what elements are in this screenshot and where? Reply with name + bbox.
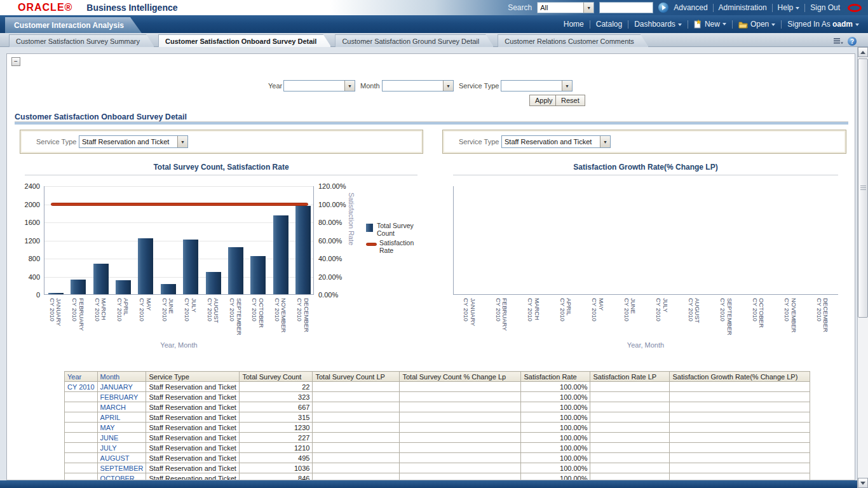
- table-header-cell[interactable]: Satisfaction Rate: [521, 372, 590, 382]
- tab-customer-satisfaction-onboard-survey-detail[interactable]: Customer Satisfaction Onboard Survey Det…: [158, 34, 331, 47]
- chevron-down-icon: [796, 7, 799, 10]
- table-cell: 495: [240, 453, 313, 463]
- chevron-down-icon[interactable]: ▼: [177, 136, 187, 147]
- survey-count-bar[interactable]: [93, 264, 109, 294]
- y-axis-right-tick: 80.00%: [318, 219, 351, 226]
- reset-button[interactable]: Reset: [555, 95, 585, 106]
- sign-out-link[interactable]: Sign Out: [810, 3, 840, 12]
- x-axis-category-text: CY 2010 JUNE: [161, 298, 174, 353]
- table-cell: 100.00%: [521, 463, 590, 473]
- table-header-cell[interactable]: Total Survey Count: [240, 372, 313, 382]
- catalog-link[interactable]: Catalog: [596, 20, 622, 29]
- x-axis-category-text: CY 2010 NOVEMBER: [783, 298, 797, 353]
- table-cell[interactable]: FEBRUARY: [97, 392, 146, 402]
- table-cell[interactable]: MAY: [97, 423, 146, 433]
- survey-count-bar[interactable]: [138, 238, 153, 294]
- survey-count-bar[interactable]: [71, 280, 86, 294]
- chevron-down-icon[interactable]: ▼: [344, 81, 355, 91]
- survey-count-bar[interactable]: [116, 280, 131, 294]
- satisfaction-rate-line[interactable]: [51, 203, 309, 206]
- table-cell: 227: [240, 433, 313, 443]
- survey-count-bar[interactable]: [206, 272, 221, 294]
- tab-customer-relations-customer-comments[interactable]: Customer Relations Customer Comments: [498, 34, 649, 47]
- left-service-type-select[interactable]: Staff Reservation and Ticket ▼: [79, 135, 188, 148]
- table-cell[interactable]: AUGUST: [97, 453, 146, 463]
- survey-count-bar[interactable]: [228, 247, 243, 294]
- survey-count-bar[interactable]: [250, 256, 266, 294]
- dashboard-tab-customer-interaction-analysis[interactable]: Customer Interaction Analysis: [5, 17, 142, 33]
- vertical-scrollbar[interactable]: [857, 47, 868, 488]
- scroll-up-button[interactable]: [858, 47, 868, 57]
- survey-count-bar[interactable]: [48, 293, 64, 294]
- username: oadm: [832, 20, 853, 29]
- brand: ORACLE® Business Intelligence: [0, 2, 178, 13]
- table-header-cell[interactable]: Service Type: [146, 372, 240, 382]
- signed-in-menu[interactable]: Signed In As oadm: [787, 20, 859, 29]
- survey-count-bar[interactable]: [161, 284, 176, 294]
- table-cell: Staff Reservation and Ticket: [146, 402, 240, 412]
- new-menu[interactable]: New: [694, 20, 726, 29]
- chevron-down-icon[interactable]: ▼: [583, 3, 593, 13]
- x-axis-category-label: CY 2010 JUNE: [156, 298, 179, 353]
- table-cell: [65, 443, 98, 453]
- table-header-cell[interactable]: Total Survey Count LP: [313, 372, 400, 382]
- help-icon[interactable]: ?: [848, 37, 857, 46]
- table-cell[interactable]: SEPTEMBER: [97, 463, 146, 473]
- page-options-icon[interactable]: [834, 36, 843, 47]
- table-cell[interactable]: MARCH: [97, 402, 146, 412]
- table-header-cell[interactable]: Satisfaction Growth Rate(% Change LP): [670, 372, 810, 382]
- scroll-down-button[interactable]: [858, 478, 868, 488]
- service-type-filter-value: [501, 81, 506, 91]
- x-axis-category-text: CY 2010 JULY: [655, 298, 668, 353]
- separator: [590, 20, 590, 29]
- x-axis-category-text: CY 2010 APRIL: [559, 298, 572, 353]
- scrollbar-thumb[interactable]: [858, 58, 868, 318]
- tab-customer-satisfaction-ground-survey-detail[interactable]: Customer Satisfaction Ground Survey Deta…: [335, 34, 494, 47]
- collapse-section-button[interactable]: −: [11, 57, 20, 66]
- right-service-type-select[interactable]: Staff Reservation and Ticket ▼: [501, 135, 611, 148]
- search-scope-select[interactable]: All ▼: [537, 2, 594, 13]
- table-cell: 100.00%: [521, 433, 590, 443]
- table-cell[interactable]: JUNE: [97, 433, 146, 443]
- arrow-down-icon: [860, 482, 865, 485]
- y-axis-left-tick: 800: [12, 255, 40, 262]
- table-row: JUNEStaff Reservation and Ticket227100.0…: [65, 433, 810, 443]
- x-axis-category-label: CY 2010 APRIL: [550, 298, 582, 353]
- apply-button[interactable]: Apply: [529, 95, 559, 106]
- table-header-cell[interactable]: Year: [65, 372, 98, 382]
- search-go-button[interactable]: [658, 3, 668, 13]
- x-axis-category-label: CY 2010 JULY: [646, 298, 678, 353]
- dashboards-menu[interactable]: Dashboards: [634, 20, 682, 29]
- year-filter-select[interactable]: ▼: [283, 80, 355, 92]
- table-cell[interactable]: CY 2010: [65, 382, 98, 392]
- help-menu[interactable]: Help: [778, 3, 800, 12]
- administration-link[interactable]: Administration: [719, 3, 767, 12]
- detail-table: YearMonthService TypeTotal Survey CountT…: [64, 371, 810, 480]
- table-cell: 100.00%: [521, 382, 590, 392]
- table-header-cell[interactable]: Month: [97, 372, 146, 382]
- home-link[interactable]: Home: [564, 20, 584, 29]
- search-label: Search: [508, 3, 532, 12]
- table-cell[interactable]: JULY: [97, 443, 146, 453]
- month-filter-select[interactable]: ▼: [382, 80, 454, 92]
- advanced-link[interactable]: Advanced: [674, 3, 707, 12]
- service-type-filter-select[interactable]: ▼: [501, 80, 573, 92]
- chevron-down-icon[interactable]: ▼: [562, 81, 572, 91]
- chevron-down-icon[interactable]: ▼: [600, 136, 610, 147]
- survey-count-bar[interactable]: [183, 240, 198, 294]
- survey-count-plot: [44, 186, 314, 295]
- table-header-cell[interactable]: Total Survey Count % Change Lp: [400, 372, 521, 382]
- chevron-down-icon[interactable]: ▼: [443, 81, 453, 91]
- y-axis-left-tick: 2000: [12, 201, 40, 208]
- open-menu[interactable]: Open: [738, 20, 775, 29]
- table-header-cell[interactable]: Satisfaction Rate LP: [590, 372, 670, 382]
- table-cell[interactable]: APRIL: [97, 412, 146, 423]
- table-cell[interactable]: OCTOBER: [97, 473, 146, 481]
- table-cell[interactable]: JANUARY: [97, 382, 146, 392]
- search-input[interactable]: [599, 2, 653, 13]
- play-icon: [662, 5, 666, 10]
- right-view-panel: Service Type Staff Reservation and Ticke…: [442, 130, 846, 154]
- tab-customer-satisfaction-survey-summary[interactable]: Customer Satisfaction Survey Summary: [9, 34, 154, 47]
- survey-count-bar[interactable]: [273, 215, 288, 294]
- survey-count-bar[interactable]: [295, 206, 311, 294]
